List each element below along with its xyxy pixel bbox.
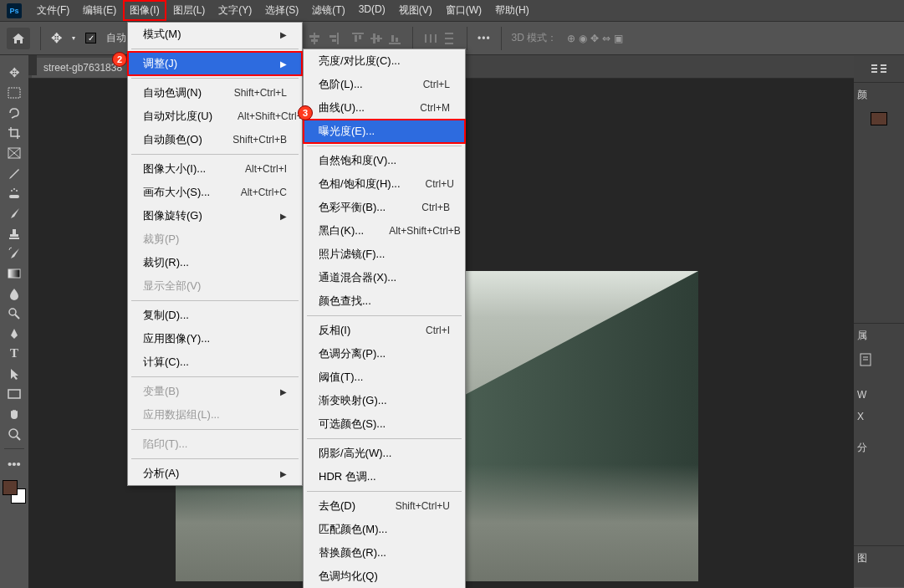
- panel-tab-color[interactable]: 颜: [854, 82, 904, 107]
- history-brush-tool[interactable]: [3, 244, 25, 262]
- menuitem-渐变映射(G)...[interactable]: 渐变映射(G)...: [304, 389, 465, 412]
- 3d-roll-icon[interactable]: ◉: [579, 33, 587, 44]
- gradient-tool[interactable]: [3, 264, 25, 282]
- align-vcenter-icon[interactable]: [369, 31, 384, 46]
- svg-rect-34: [9, 238, 19, 239]
- menuitem-阈值(T)...[interactable]: 阈值(T)...: [304, 366, 465, 389]
- crop-tool[interactable]: [3, 124, 25, 141]
- menuitem-照片滤镜(F)...[interactable]: 照片滤镜(F)...: [304, 243, 465, 266]
- panel-tab-properties[interactable]: 属: [854, 323, 904, 348]
- menuitem-label: 调整(J): [143, 56, 177, 71]
- align-top-icon[interactable]: [350, 31, 365, 46]
- menuitem-模式(M)[interactable]: 模式(M)▶: [128, 23, 302, 46]
- type-tool[interactable]: T: [3, 345, 25, 362]
- menuitem-复制(D)...[interactable]: 复制(D)...: [128, 304, 302, 327]
- color-swatches[interactable]: [3, 480, 26, 504]
- menuitem-分析(A)[interactable]: 分析(A)▶: [128, 462, 302, 485]
- color-mini-swatch[interactable]: [871, 112, 887, 125]
- menu-选择(S)[interactable]: 选择(S): [258, 0, 305, 21]
- menuitem-色相/饱和度(H)...[interactable]: 色相/饱和度(H)...Ctrl+U: [304, 172, 465, 196]
- dist-h-icon[interactable]: [423, 31, 438, 46]
- svg-rect-32: [13, 229, 16, 234]
- menuitem-可选颜色(S)...[interactable]: 可选颜色(S)...: [304, 412, 465, 436]
- menuitem-应用图像(Y)...[interactable]: 应用图像(Y)...: [128, 327, 302, 350]
- menuitem-曲线(U)...[interactable]: 曲线(U)...Ctrl+M: [304, 96, 465, 120]
- menuitem-去色(D)[interactable]: 去色(D)Shift+Ctrl+U: [304, 494, 465, 518]
- path-select-tool[interactable]: [3, 365, 25, 382]
- panel-tab-layers[interactable]: 图: [854, 545, 904, 570]
- menu-3D(D)[interactable]: 3D(D): [352, 0, 392, 21]
- menuitem-自动对比度(U)[interactable]: 自动对比度(U)Alt+Shift+Ctrl+L: [128, 105, 302, 128]
- menuitem-替换颜色(R)...[interactable]: 替换颜色(R)...: [304, 541, 465, 565]
- menuitem-色阶(L)...[interactable]: 色阶(L)...Ctrl+L: [304, 73, 465, 96]
- menu-帮助(H)[interactable]: 帮助(H): [488, 0, 536, 21]
- menuitem-图像旋转(G)[interactable]: 图像旋转(G)▶: [128, 204, 302, 228]
- menuitem-label: 颜色查找...: [319, 294, 371, 309]
- menuitem-图像大小(I)...[interactable]: 图像大小(I)...Alt+Ctrl+I: [128, 157, 302, 181]
- blur-tool[interactable]: [3, 284, 25, 302]
- pen-tool[interactable]: [3, 325, 25, 342]
- menuitem-自动色调(N)[interactable]: 自动色调(N)Shift+Ctrl+L: [128, 81, 302, 105]
- rectangle-tool[interactable]: [3, 385, 25, 402]
- 3d-slide-icon[interactable]: ⇔: [602, 33, 610, 44]
- menuitem-色彩平衡(B)...[interactable]: 色彩平衡(B)...Ctrl+B: [304, 196, 465, 219]
- 3d-orbit-icon[interactable]: ⊕: [567, 33, 575, 44]
- menuitem-阴影/高光(W)...[interactable]: 阴影/高光(W)...: [304, 442, 465, 465]
- marquee-tool[interactable]: [3, 84, 25, 101]
- panel-toggle-icon[interactable]: [871, 62, 887, 75]
- align-bottom-icon[interactable]: [387, 31, 402, 46]
- menu-文字(Y)[interactable]: 文字(Y): [212, 0, 258, 21]
- menuitem-色调分离(P)...[interactable]: 色调分离(P)...: [304, 342, 465, 366]
- menuitem-匹配颜色(M)...[interactable]: 匹配颜色(M)...: [304, 518, 465, 541]
- align-hcenter-icon[interactable]: [307, 31, 322, 46]
- fg-color[interactable]: [3, 480, 18, 495]
- edit-toolbar[interactable]: •••: [3, 455, 25, 473]
- healing-tool[interactable]: [3, 184, 25, 202]
- menu-文件(F)[interactable]: 文件(F): [30, 0, 76, 21]
- auto-checkbox[interactable]: ✓: [85, 33, 96, 43]
- menuitem-黑白(K)...[interactable]: 黑白(K)...Alt+Shift+Ctrl+B: [304, 219, 465, 243]
- overflow-icon[interactable]: •••: [478, 33, 491, 44]
- home-button[interactable]: [7, 28, 30, 49]
- menuitem-亮度/对比度(C)...[interactable]: 亮度/对比度(C)...: [304, 49, 465, 73]
- menu-滤镜(T)[interactable]: 滤镜(T): [305, 0, 351, 21]
- menuitem-色调均化(Q)[interactable]: 色调均化(Q): [304, 565, 465, 588]
- move-tool[interactable]: ✥: [3, 64, 25, 81]
- svg-rect-12: [370, 38, 382, 39]
- eyedropper-tool[interactable]: [3, 164, 25, 182]
- dropdown-caret-icon[interactable]: ▾: [72, 34, 75, 42]
- menu-图层(L)[interactable]: 图层(L): [166, 0, 212, 21]
- dodge-tool[interactable]: [3, 304, 25, 322]
- menuitem-label: 图像旋转(G): [143, 208, 202, 223]
- menuitem-计算(C)...[interactable]: 计算(C)...: [128, 350, 302, 374]
- menuitem-反相(I)[interactable]: 反相(I)Ctrl+I: [304, 319, 465, 342]
- menu-编辑(E)[interactable]: 编辑(E): [76, 0, 123, 21]
- align-right-icon[interactable]: [325, 31, 340, 46]
- menuitem-调整(J)[interactable]: 调整(J)▶: [128, 52, 302, 75]
- brush-tool[interactable]: [3, 204, 25, 222]
- menuitem-裁切(R)...[interactable]: 裁切(R)...: [128, 251, 302, 274]
- menuitem-label: 应用数据组(L)...: [143, 407, 220, 422]
- zoom-tool[interactable]: [3, 425, 25, 442]
- menuitem-label: HDR 色调...: [319, 469, 376, 484]
- menuitem-自然饱和度(V)...[interactable]: 自然饱和度(V)...: [304, 149, 465, 172]
- hand-tool[interactable]: [3, 405, 25, 422]
- menuitem-画布大小(S)...[interactable]: 画布大小(S)...Alt+Ctrl+C: [128, 181, 302, 204]
- menuitem-label: 陷印(T)...: [143, 437, 187, 452]
- svg-rect-38: [8, 390, 20, 398]
- menuitem-HDR 色调...[interactable]: HDR 色调...: [304, 465, 465, 488]
- stamp-tool[interactable]: [3, 224, 25, 242]
- menuitem-label: 照片滤镜(F)...: [319, 247, 385, 262]
- 3d-camera-icon[interactable]: ▣: [614, 33, 623, 44]
- menu-视图(V)[interactable]: 视图(V): [392, 0, 439, 21]
- 3d-pan-icon[interactable]: ✥: [590, 33, 599, 44]
- menu-图像(I)[interactable]: 图像(I): [123, 0, 166, 21]
- frame-tool[interactable]: [3, 144, 25, 161]
- menu-窗口(W)[interactable]: 窗口(W): [439, 0, 488, 21]
- menuitem-曝光度(E)...[interactable]: 曝光度(E)...: [304, 120, 465, 143]
- dist-v-icon[interactable]: [442, 31, 457, 46]
- menuitem-颜色查找...[interactable]: 颜色查找...: [304, 289, 465, 313]
- menuitem-自动颜色(O)[interactable]: 自动颜色(O)Shift+Ctrl+B: [128, 128, 302, 151]
- lasso-tool[interactable]: [3, 104, 25, 121]
- menuitem-通道混合器(X)...[interactable]: 通道混合器(X)...: [304, 266, 465, 289]
